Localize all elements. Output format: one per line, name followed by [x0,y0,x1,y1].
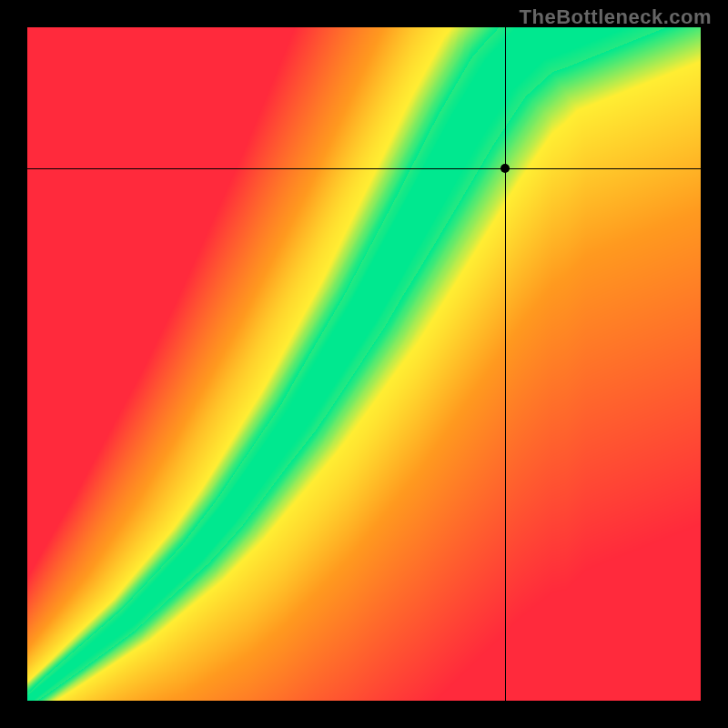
plot-area [27,27,701,701]
watermark-text: TheBottleneck.com [520,5,712,29]
heatmap-canvas [27,27,701,701]
data-point-marker [500,164,510,173]
chart-container: TheBottleneck.com [0,0,728,728]
crosshair-horizontal [27,168,701,169]
crosshair-vertical [505,27,506,701]
